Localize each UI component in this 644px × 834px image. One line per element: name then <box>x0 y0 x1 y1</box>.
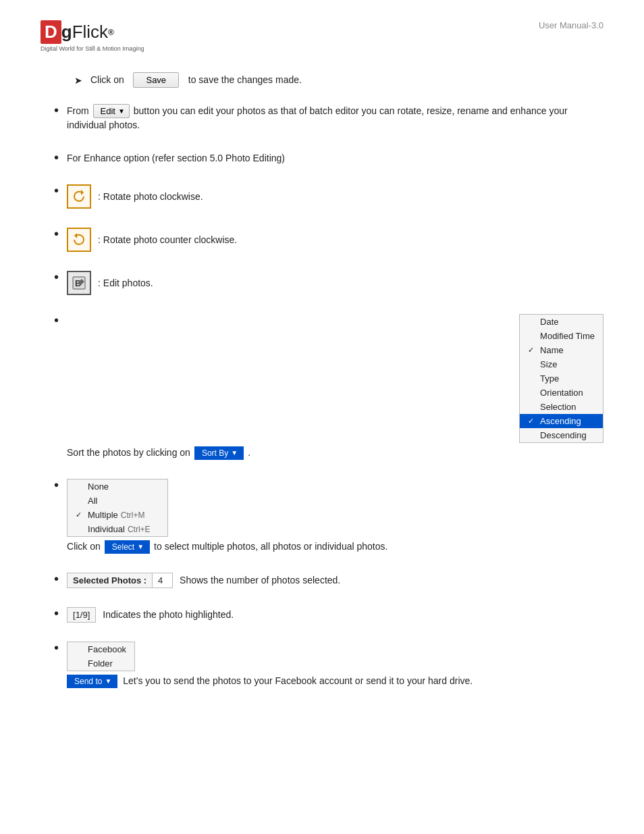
svg-marker-0 <box>81 190 84 195</box>
send-to-text: Let's you to send the photos to your Fac… <box>123 674 473 688</box>
send-to-folder[interactable]: Folder <box>68 656 134 671</box>
photo-indicator-value: 1/9 <box>76 610 88 620</box>
save-prefix: Click on <box>90 74 124 85</box>
sort-by-button[interactable]: Sort By ▼ <box>194 446 244 460</box>
bullet-sort: • <box>54 313 59 328</box>
select-btn-arrow: ▼ <box>137 543 144 550</box>
arrow-bullet: ➤ <box>74 75 82 86</box>
bullet-selected-photos: • <box>54 571 59 587</box>
edit-btn-item: • From Edit ▼ button you can edit your p… <box>54 104 603 132</box>
select-prefix: Click on <box>67 540 101 554</box>
edit-photo-icon: B <box>67 271 91 295</box>
rotate-ccw-text: : Rotate photo counter clockwise. <box>98 233 237 247</box>
rotate-ccw-body: : Rotate photo counter clockwise. <box>67 228 603 252</box>
edit-btn-body: From Edit ▼ button you can edit your pho… <box>67 104 603 132</box>
select-individual-shortcut: Ctrl+E <box>128 525 151 534</box>
selected-photos-text: Shows the number of photos selected. <box>180 573 340 588</box>
enhance-body: For Enhance option (refer section 5.0 Ph… <box>67 151 603 165</box>
selected-photos-body: Selected Photos : 4 Shows the number of … <box>67 573 603 588</box>
selected-photos-count: 4 <box>152 573 172 588</box>
bullet-edit-photo: • <box>54 269 59 285</box>
save-suffix: to save the changes made. <box>188 74 302 85</box>
save-item: ➤ Click on Save to save the changes made… <box>54 72 603 88</box>
rotate-cw-icon <box>67 184 91 209</box>
rotate-cw-text: : Rotate photo clockwise. <box>98 190 203 204</box>
bullet-enhance: • <box>54 150 59 165</box>
photo-indicator-item: • [1/9] Indicates the photo highlighted. <box>54 607 603 623</box>
edit-photo-item: • B : Edit photos. <box>54 271 603 295</box>
send-to-item: • Facebook Folder Send to ▼ Let's you to… <box>54 642 603 688</box>
sort-ascending[interactable]: Ascending <box>520 414 603 428</box>
edit-button[interactable]: Edit ▼ <box>93 104 130 118</box>
sort-size[interactable]: Size <box>520 357 603 371</box>
sort-by-wrapper: Date Modified Time Name Size Type Orient… <box>67 314 603 443</box>
sort-type[interactable]: Type <box>520 371 603 386</box>
sort-name[interactable]: Name <box>520 343 603 357</box>
select-multiple-shortcut: Ctrl+M <box>121 511 145 520</box>
bullet-send-to: • <box>54 640 59 656</box>
send-to-wrapper: Facebook Folder <box>67 642 603 671</box>
send-to-arrow: ▼ <box>105 677 111 685</box>
logo-g: g <box>61 22 72 43</box>
select-none[interactable]: None <box>68 479 167 494</box>
rotate-ccw-icon <box>67 228 91 252</box>
selected-photos-item: • Selected Photos : 4 Shows the number o… <box>54 573 603 588</box>
sort-by-item: • Date Modified Time Name Size Type Orie… <box>54 314 603 460</box>
logo-tagline: Digital World for Still & Motion Imaging <box>41 45 144 52</box>
sort-modified-time[interactable]: Modified Time <box>520 329 603 343</box>
send-to-body: Facebook Folder Send to ▼ Let's you to s… <box>67 642 603 688</box>
edit-photo-body: B : Edit photos. <box>67 271 603 295</box>
sort-by-suffix: . <box>248 446 250 460</box>
photo-indicator-body: [1/9] Indicates the photo highlighted. <box>67 607 603 623</box>
sort-by-body: Date Modified Time Name Size Type Orient… <box>67 314 603 460</box>
sort-descending[interactable]: Descending <box>520 428 603 442</box>
selected-photos-widget: Selected Photos : 4 <box>67 573 173 588</box>
sort-by-menu: Date Modified Time Name Size Type Orient… <box>519 314 603 443</box>
sort-by-prefix: Sort the photos by clicking on <box>67 446 190 460</box>
save-button[interactable]: Save <box>133 72 179 88</box>
dropdown-arrow-edit: ▼ <box>118 107 125 115</box>
select-item: • None All Multiple Ctrl+M Individual Ct… <box>54 479 603 554</box>
send-to-menu: Facebook Folder <box>67 642 135 671</box>
edit-suffix: button you can edit your photos as that … <box>67 105 568 130</box>
sort-by-label: Sort By <box>202 448 228 458</box>
select-menu: None All Multiple Ctrl+M Individual Ctrl… <box>67 479 168 537</box>
bullet-select: • <box>54 477 59 493</box>
send-to-facebook[interactable]: Facebook <box>68 642 134 656</box>
select-body: None All Multiple Ctrl+M Individual Ctrl… <box>67 479 603 554</box>
page: DgFlick® Digital World for Still & Motio… <box>0 0 644 748</box>
manual-version: User Manual-3.0 <box>539 20 603 30</box>
logo-registered: ® <box>108 28 114 37</box>
sort-selection[interactable]: Selection <box>520 400 603 414</box>
select-all[interactable]: All <box>68 494 167 508</box>
photo-indicator-widget: [1/9] <box>67 607 96 623</box>
enhance-item: • For Enhance option (refer section 5.0 … <box>54 151 603 165</box>
save-item-text: Click on Save to save the changes made. <box>90 72 302 88</box>
edit-photo-text: : Edit photos. <box>98 276 153 290</box>
select-multiple[interactable]: Multiple Ctrl+M <box>68 508 167 522</box>
logo-container: DgFlick® Digital World for Still & Motio… <box>41 20 144 52</box>
rotate-cw-body: : Rotate photo clockwise. <box>67 184 603 209</box>
send-to-label: Send to <box>74 677 102 686</box>
select-button[interactable]: Select ▼ <box>105 540 150 554</box>
sort-orientation[interactable]: Orientation <box>520 386 603 400</box>
send-to-button[interactable]: Send to ▼ <box>67 675 117 688</box>
sort-by-arrow: ▼ <box>231 449 238 457</box>
svg-marker-1 <box>74 233 77 238</box>
enhance-text: For Enhance option (refer section 5.0 Ph… <box>67 153 285 163</box>
select-suffix: to select multiple photos, all photos or… <box>154 540 387 554</box>
rotate-cw-item: • : Rotate photo clockwise. <box>54 184 603 209</box>
header: DgFlick® Digital World for Still & Motio… <box>41 20 603 52</box>
bullet-rotate-cw: • <box>54 183 59 199</box>
sort-date[interactable]: Date <box>520 315 603 329</box>
edit-btn-text: From Edit ▼ button you can edit your pho… <box>67 105 568 130</box>
content: ➤ Click on Save to save the changes made… <box>41 72 603 688</box>
select-label: Select <box>112 542 134 552</box>
selected-photos-label: Selected Photos : <box>68 573 152 588</box>
select-individual[interactable]: Individual Ctrl+E <box>68 522 167 536</box>
bullet-photo-indicator: • <box>54 606 59 621</box>
bullet-rotate-ccw: • <box>54 226 59 242</box>
photo-indicator-text: Indicates the photo highlighted. <box>103 608 234 622</box>
logo: DgFlick® <box>41 20 144 44</box>
bullet-edit: • <box>54 103 59 118</box>
